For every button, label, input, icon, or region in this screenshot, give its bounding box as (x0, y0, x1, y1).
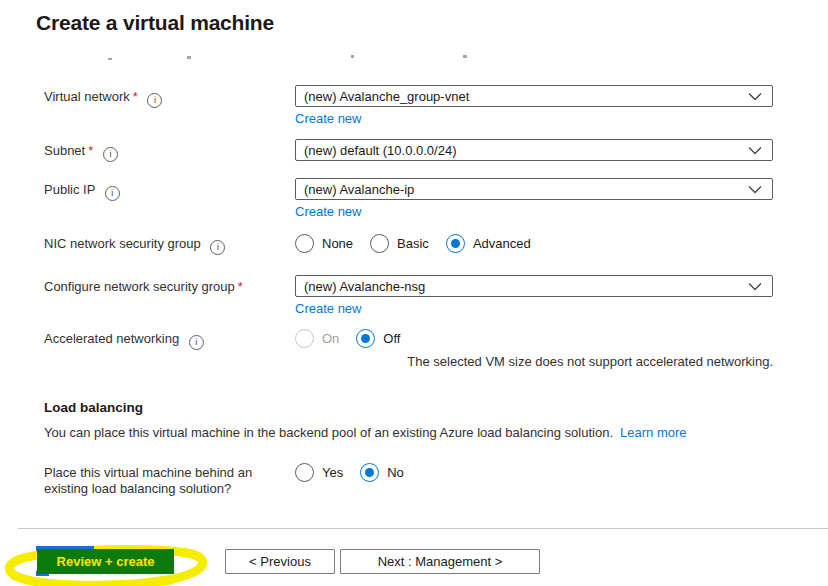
field-label: NIC network security group (44, 236, 201, 251)
info-icon[interactable]: i (147, 93, 162, 108)
required-marker: * (133, 89, 138, 104)
radio-advanced[interactable]: Advanced (446, 234, 531, 253)
required-marker: * (238, 279, 243, 294)
info-glyph: i (111, 188, 113, 198)
public-ip-dropdown[interactable]: (new) Avalanche-ip (295, 178, 773, 200)
radio-circle (295, 329, 314, 348)
radio-circle (295, 463, 314, 482)
info-glyph: i (109, 149, 111, 159)
load-balancing-question-label: Place this virtual machine behind an exi… (44, 461, 295, 497)
virtual-network-label: Virtual network* i (44, 85, 295, 108)
info-icon[interactable]: i (189, 335, 204, 350)
radio-label: No (387, 465, 404, 480)
load-balancing-heading: Load balancing (44, 399, 773, 416)
radio-label: On (322, 331, 339, 346)
radio-yes[interactable]: Yes (295, 463, 343, 482)
page-title: Create a virtual machine (0, 0, 828, 35)
learn-more-link[interactable]: Learn more (620, 425, 686, 440)
radio-basic[interactable]: Basic (370, 234, 429, 253)
accelerated-networking-row: Accelerated networking i On Off The sele… (44, 327, 773, 370)
info-glyph: i (154, 95, 156, 105)
radio-no[interactable]: No (360, 463, 404, 482)
erased-text-remnant (187, 56, 191, 59)
accelerated-networking-label: Accelerated networking i (44, 327, 295, 350)
radio-circle (446, 234, 465, 253)
footer-bar: Review + create < Previous Next : Manage… (0, 529, 828, 582)
configure-nsg-row: Configure network security group* (new) … (44, 275, 773, 317)
public-ip-label: Public IP i (44, 178, 295, 201)
configure-nsg-label: Configure network security group* (44, 275, 295, 295)
dropdown-value: (new) Avalanche-ip (304, 182, 414, 197)
required-marker: * (88, 143, 93, 158)
info-icon[interactable]: i (103, 147, 118, 162)
subnet-row: Subnet* i (new) default (10.0.0.0/24) (44, 139, 773, 162)
load-balancing-description: You can place this virtual machine in th… (44, 425, 773, 441)
dropdown-value: (new) Avalanche_group-vnet (304, 89, 469, 104)
erased-text-remnant (463, 55, 467, 58)
create-new-link[interactable]: Create new (295, 301, 361, 317)
nic-nsg-radio-group: None Basic Advanced (295, 232, 773, 253)
dropdown-value: (new) Avalanche-nsg (304, 279, 425, 294)
field-label: Place this virtual machine behind an exi… (44, 465, 272, 497)
info-icon[interactable]: i (210, 240, 225, 255)
field-label: Configure network security group (44, 279, 235, 294)
radio-circle (360, 463, 379, 482)
create-new-link[interactable]: Create new (295, 111, 361, 127)
dropdown-value: (new) default (10.0.0.0/24) (304, 143, 456, 158)
load-balancing-question-row: Place this virtual machine behind an exi… (44, 461, 773, 497)
field-label: Public IP (44, 182, 95, 197)
chevron-down-icon (748, 92, 762, 101)
info-glyph: i (217, 242, 219, 252)
review-create-button[interactable]: Review + create (37, 549, 174, 574)
vm-size-note: The selected VM size does not support ac… (295, 354, 773, 370)
subnet-dropdown[interactable]: (new) default (10.0.0.0/24) (295, 139, 773, 161)
info-glyph: i (195, 337, 197, 347)
radio-none[interactable]: None (295, 234, 353, 253)
chevron-down-icon (748, 185, 762, 194)
nic-nsg-row: NIC network security group i None Basic … (44, 232, 773, 255)
info-icon[interactable]: i (105, 186, 120, 201)
next-management-button[interactable]: Next : Management > (340, 549, 540, 574)
field-label: Virtual network (44, 89, 130, 104)
radio-label: None (322, 236, 353, 251)
subnet-label: Subnet* i (44, 139, 295, 162)
chevron-down-icon (748, 146, 762, 155)
load-balancing-radio-group: Yes No (295, 461, 773, 482)
erased-text-remnant (351, 55, 354, 58)
chevron-down-icon (748, 282, 762, 291)
radio-label: Basic (397, 236, 429, 251)
virtual-network-dropdown[interactable]: (new) Avalanche_group-vnet (295, 85, 773, 107)
radio-off[interactable]: Off (356, 329, 400, 348)
radio-label: Off (383, 331, 400, 346)
virtual-network-row: Virtual network* i (new) Avalanche_group… (44, 85, 773, 127)
radio-on: On (295, 329, 339, 348)
create-new-link[interactable]: Create new (295, 204, 361, 220)
radio-circle (295, 234, 314, 253)
nic-nsg-label: NIC network security group i (44, 232, 295, 255)
radio-label: Advanced (473, 236, 531, 251)
field-label: Accelerated networking (44, 331, 179, 346)
radio-circle (356, 329, 375, 348)
configure-nsg-dropdown[interactable]: (new) Avalanche-nsg (295, 275, 773, 297)
public-ip-row: Public IP i (new) Avalanche-ip Create ne… (44, 178, 773, 220)
networking-form: Virtual network* i (new) Avalanche_group… (44, 85, 773, 497)
accelerated-networking-radio-group: On Off (295, 327, 773, 348)
description-text: You can place this virtual machine in th… (44, 425, 613, 440)
radio-circle (370, 234, 389, 253)
erased-text-remnant (108, 58, 112, 60)
previous-button[interactable]: < Previous (225, 549, 335, 574)
field-label: Subnet (44, 143, 85, 158)
radio-label: Yes (322, 465, 343, 480)
